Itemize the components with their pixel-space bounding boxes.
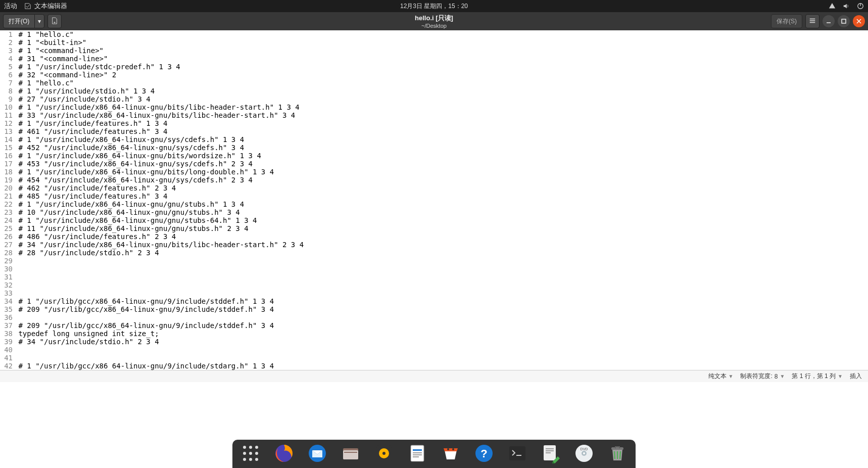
editor-line[interactable]: 38 typedef long unsigned int size_t; [0,330,868,338]
editor-line[interactable]: 16 # 1 "/usr/include/x86_64-linux-gnu/bi… [0,152,868,160]
line-number: 32 [0,281,14,289]
editor-line[interactable]: 17 # 453 "/usr/include/x86_64-linux-gnu/… [0,160,868,168]
editor-line[interactable]: 2 # 1 "<built-in>" [0,38,868,46]
line-content: # 28 "/usr/include/stdio.h" 2 3 4 [14,249,159,257]
line-number: 13 [0,127,14,135]
line-content: # 27 "/usr/include/stdio.h" 3 4 [14,95,151,103]
clock[interactable]: 12月3日 星期四，15：20 [400,2,468,11]
line-content: # 1 "/usr/include/x86_64-linux-gnu/sys/c… [14,135,244,144]
close-button[interactable] [853,15,865,27]
line-content [14,289,18,297]
editor-line[interactable]: 41 [0,354,868,362]
line-content: # 462 "/usr/include/features.h" 2 3 4 [14,184,176,192]
line-number: 36 [0,313,14,321]
editor-line[interactable]: 24 # 1 "/usr/include/x86_64-linux-gnu/gn… [0,216,868,224]
save-button[interactable]: 保存(S) [771,14,802,28]
editor-line[interactable]: 6 # 32 "<command-line>" 2 [0,71,868,79]
editor-line[interactable]: 42 # 1 "/usr/lib/gcc/x86_64-linux-gnu/9/… [0,362,868,370]
editor-line[interactable]: 13 # 461 "/usr/include/features.h" 3 4 [0,127,868,135]
line-content [14,281,18,289]
editor-line[interactable]: 4 # 31 "<command-line>" [0,55,868,63]
status-insert-mode: 插入 [850,372,862,381]
line-number: 19 [0,176,14,184]
editor-line[interactable]: 32 [0,281,868,289]
line-content: # 1 "/usr/lib/gcc/x86_64-linux-gnu/9/inc… [14,297,274,305]
line-number: 22 [0,200,14,208]
editor-line[interactable]: 1 # 1 "hello.c" [0,30,868,38]
editor-line[interactable]: 31 [0,273,868,281]
status-cursor-position[interactable]: 第 1 行，第 1 列▼ [792,372,843,381]
line-number: 14 [0,135,14,144]
chevron-down-icon: ▾ [38,18,41,25]
window-title: hello.i [只读] [415,14,453,23]
editor-line[interactable]: 3 # 1 "<command-line>" [0,46,868,55]
line-content: # 1 "hello.c" [14,79,74,87]
editor-line[interactable]: 36 [0,313,868,321]
new-tab-button[interactable] [47,14,62,28]
editor-line[interactable]: 27 # 34 "/usr/include/x86_64-linux-gnu/b… [0,241,868,249]
editor-line[interactable]: 39 # 34 "/usr/include/stdio.h" 2 3 4 [0,338,868,346]
line-content: # 453 "/usr/include/x86_64-linux-gnu/sys… [14,160,253,168]
editor-line[interactable]: 19 # 454 "/usr/include/x86_64-linux-gnu/… [0,176,868,184]
editor-line[interactable]: 23 # 10 "/usr/include/x86_64-linux-gnu/g… [0,208,868,216]
editor-line[interactable]: 35 # 209 "/usr/lib/gcc/x86_64-linux-gnu/… [0,305,868,313]
editor-line[interactable]: 12 # 1 "/usr/include/features.h" 1 3 4 [0,119,868,127]
line-number: 15 [0,144,14,152]
line-number: 6 [0,71,14,79]
line-content: typedef long unsigned int size_t; [14,330,159,338]
hamburger-menu-button[interactable] [805,14,819,28]
editor-area[interactable]: 1 # 1 "hello.c"2 # 1 "<built-in>"3 # 1 "… [0,30,868,370]
line-number: 21 [0,192,14,200]
editor-line[interactable]: 33 [0,289,868,297]
editor-line[interactable]: 21 # 485 "/usr/include/features.h" 3 4 [0,192,868,200]
line-number: 8 [0,87,14,95]
editor-line[interactable]: 20 # 462 "/usr/include/features.h" 2 3 4 [0,184,868,192]
open-dropdown-button[interactable]: ▾ [34,14,44,28]
editor-line[interactable]: 25 # 11 "/usr/include/x86_64-linux-gnu/g… [0,224,868,232]
network-icon[interactable] [829,3,836,10]
editor-line[interactable]: 5 # 1 "/usr/include/stdc-predef.h" 1 3 4 [0,63,868,71]
line-content: # 10 "/usr/include/x86_64-linux-gnu/gnu/… [14,208,240,216]
editor-line[interactable]: 40 [0,346,868,354]
editor-line[interactable]: 9 # 27 "/usr/include/stdio.h" 3 4 [0,95,868,103]
status-language[interactable]: 纯文本▼ [708,372,734,381]
editor-line[interactable]: 37 # 209 "/usr/lib/gcc/x86_64-linux-gnu/… [0,321,868,330]
line-number: 37 [0,321,14,330]
power-icon[interactable] [857,3,864,10]
editor-line[interactable]: 14 # 1 "/usr/include/x86_64-linux-gnu/sy… [0,135,868,144]
line-content: # 209 "/usr/lib/gcc/x86_64-linux-gnu/9/i… [14,305,274,313]
line-number: 16 [0,152,14,160]
minimize-button[interactable] [823,15,835,27]
line-number: 34 [0,297,14,305]
line-content: # 1 "/usr/include/stdio.h" 1 3 4 [14,87,155,95]
chevron-down-icon: ▼ [729,373,734,379]
line-content: # 34 "/usr/include/stdio.h" 2 3 4 [14,338,159,346]
app-menu[interactable]: 文本编辑器 [24,2,67,11]
status-tab-width[interactable]: 制表符宽度:8▼ [740,372,785,381]
line-number: 2 [0,38,14,46]
editor-line[interactable]: 26 # 486 "/usr/include/features.h" 2 3 4 [0,232,868,241]
system-top-bar: 活动 文本编辑器 12月3日 星期四，15：20 [0,0,868,12]
editor-line[interactable]: 10 # 1 "/usr/include/x86_64-linux-gnu/bi… [0,103,868,111]
editor-line[interactable]: 7 # 1 "hello.c" [0,79,868,87]
line-number: 27 [0,241,14,249]
line-content [14,346,18,354]
line-content: # 1 "hello.c" [14,30,74,38]
editor-line[interactable]: 15 # 452 "/usr/include/x86_64-linux-gnu/… [0,144,868,152]
activities-button[interactable]: 活动 [4,2,17,11]
editor-line[interactable]: 34 # 1 "/usr/lib/gcc/x86_64-linux-gnu/9/… [0,297,868,305]
editor-line[interactable]: 8 # 1 "/usr/include/stdio.h" 1 3 4 [0,87,868,95]
editor-line[interactable]: 22 # 1 "/usr/include/x86_64-linux-gnu/gn… [0,200,868,208]
editor-line[interactable]: 18 # 1 "/usr/include/x86_64-linux-gnu/bi… [0,168,868,176]
volume-icon[interactable] [843,3,850,10]
line-content: # 461 "/usr/include/features.h" 3 4 [14,127,167,135]
editor-line[interactable]: 29 [0,257,868,265]
editor-line[interactable]: 28 # 28 "/usr/include/stdio.h" 2 3 4 [0,249,868,257]
line-number: 25 [0,224,14,232]
editor-line[interactable]: 30 [0,265,868,273]
line-content [14,313,18,321]
open-button[interactable]: 打开(O) [3,14,35,28]
maximize-button[interactable] [838,15,850,27]
line-content: # 1 "/usr/include/x86_64-linux-gnu/bits/… [14,168,274,176]
editor-line[interactable]: 11 # 33 "/usr/include/x86_64-linux-gnu/b… [0,111,868,119]
